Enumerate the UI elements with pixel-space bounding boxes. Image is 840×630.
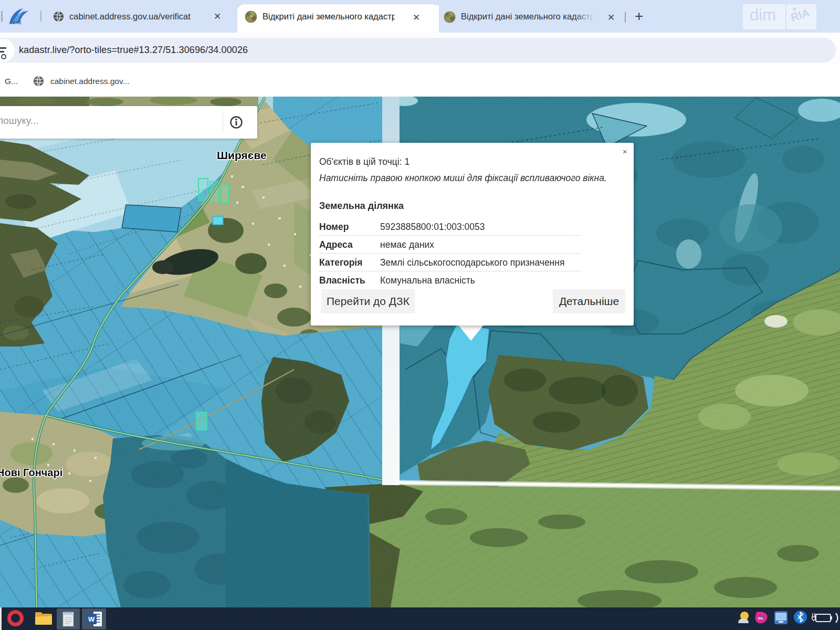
svg-text:W: W bbox=[88, 615, 95, 623]
svg-text:ds: ds bbox=[758, 616, 763, 621]
svg-text:CYC: CYC bbox=[13, 20, 22, 25]
